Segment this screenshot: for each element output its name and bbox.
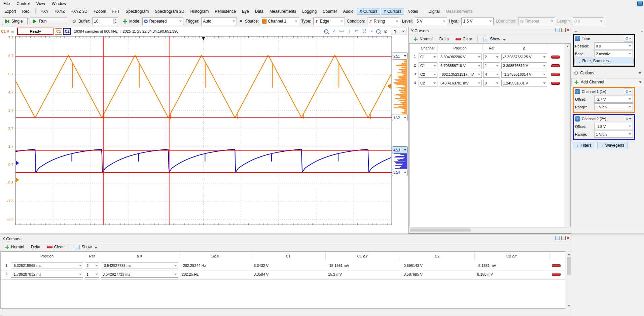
y-cursors-titlebar[interactable]: Y Cursors × — [409, 27, 571, 35]
height-ruler-icon[interactable] — [347, 29, 352, 34]
x-row1-dx-select[interactable]: -3.542927733 ms — [101, 262, 178, 269]
cursor-numbers-icon[interactable]: 1 23 4 — [362, 29, 366, 34]
y-row1-channel-select[interactable]: C1 — [419, 54, 437, 60]
view-tab-zoom[interactable]: +Zoom — [91, 8, 109, 15]
x-row2-position-select[interactable]: -1.786287832 ms — [11, 271, 83, 278]
view-tab-xy[interactable]: +XY — [38, 8, 51, 15]
run-button[interactable]: Run — [30, 17, 67, 25]
x-row2-dx-select[interactable]: 3.542927733 ms — [101, 271, 178, 278]
y-row3-ref-select[interactable]: 4 — [483, 71, 500, 78]
single-button[interactable]: Single — [2, 17, 28, 25]
view-tab-spectrogram-3d[interactable]: Spectrogram 3D — [152, 8, 187, 15]
measure-pointer-icon[interactable] — [331, 29, 336, 34]
width-ruler-icon[interactable] — [339, 29, 344, 34]
x-clear-button[interactable]: Clear — [44, 244, 67, 250]
zoom-one-icon[interactable]: 1 — [324, 29, 328, 34]
y-cursor-box-4-3[interactable]: 4Δ3 — [392, 146, 408, 153]
condition-select[interactable]: Rising — [367, 17, 400, 25]
view-tab-measurements[interactable]: Measurements — [267, 8, 299, 15]
y-table-vscrollbar[interactable]: ▲ — [565, 44, 570, 227]
channel1-chip[interactable]: C1 — [55, 28, 62, 35]
type-select[interactable]: Edge — [313, 17, 345, 25]
channel1-checkbox[interactable]: ✓ — [575, 89, 580, 94]
sidebar-scroll-up[interactable]: ▲ — [641, 30, 643, 33]
y-axis-button[interactable]: Y — [391, 28, 406, 35]
y-cursor-box-2-1[interactable]: 2Δ1 — [392, 52, 408, 60]
y-add-delta-button[interactable]: Delta — [437, 36, 452, 42]
options-row[interactable]: ⚙ Options — [571, 69, 644, 77]
buffer-input[interactable]: 10 ▲▼ — [92, 17, 118, 25]
x-float-icon[interactable] — [556, 236, 560, 240]
y-row4-channel-select[interactable]: C2 — [419, 80, 437, 86]
y-clear-button[interactable]: Clear — [453, 36, 475, 42]
channel1-range-select[interactable]: 1 V/div — [594, 103, 633, 110]
view-tab-audio[interactable]: Audio — [341, 8, 356, 15]
view-tab-digital[interactable]: Digital — [426, 8, 442, 15]
view-tab-fft[interactable]: FFT — [109, 8, 122, 15]
view-tab-histogram[interactable]: Histogram — [188, 8, 212, 15]
view-tab-eye[interactable]: Eye — [239, 8, 252, 15]
x-row1-remove-button[interactable] — [552, 264, 561, 267]
menu-control[interactable]: Control — [13, 0, 33, 7]
x-close-icon[interactable]: × — [567, 236, 570, 240]
y-cursor-box-3-4[interactable]: 3Δ4 — [392, 169, 408, 176]
view-tab-spectrogram[interactable]: Spectrogram — [123, 8, 151, 15]
time-checkbox[interactable]: ✓ — [575, 36, 580, 41]
y-add-normal-button[interactable]: Normal — [411, 36, 435, 42]
view-tab-y-cursors[interactable]: Y Cursors — [381, 8, 404, 15]
mode-select[interactable]: Repeated — [142, 17, 183, 25]
view-tab-export[interactable]: Export — [2, 8, 19, 15]
hyst-select[interactable]: 1.6 V — [461, 17, 494, 25]
plot-settings-icon[interactable]: ⚙ — [384, 29, 388, 34]
view-tab-counter[interactable]: Counter — [320, 8, 340, 15]
time-position-select[interactable]: 0 s — [594, 42, 633, 49]
x-row2-ref-select[interactable]: 1 — [85, 271, 99, 278]
length-select[interactable]: 0 s — [573, 17, 604, 25]
trigger-select[interactable]: Auto — [201, 17, 237, 25]
corner-ruler-icon[interactable] — [355, 29, 359, 34]
y-maximize-icon[interactable] — [561, 28, 566, 32]
x-show-button[interactable]: Show — [72, 244, 100, 250]
channel1-offset-select[interactable]: -2.7 V — [594, 96, 633, 103]
channel2-offset-select[interactable]: -1.8 V — [594, 123, 633, 130]
view-tab-rec[interactable]: Rec. — [20, 8, 33, 15]
zoom-fit-icon[interactable] — [376, 29, 381, 34]
expand-icon[interactable]: » — [11, 29, 14, 34]
view-tab-x-cursors[interactable]: X Cursors — [357, 8, 380, 15]
menu-view[interactable]: View — [33, 0, 48, 7]
y-row4-delta-select[interactable]: 1.245551601 V — [501, 80, 547, 86]
y-row3-delta-select[interactable]: -1.2455516014 V — [501, 71, 547, 78]
y-table-hscrollbar[interactable] — [409, 227, 571, 233]
y-row4-ref-select[interactable]: 3 — [483, 80, 500, 86]
view-tab-data[interactable]: Data — [252, 8, 266, 15]
y-row2-delta-select[interactable]: 3.398576512 V — [501, 62, 547, 69]
x-cursors-titlebar[interactable]: X Cursors × — [0, 235, 571, 243]
view-tab-xyz[interactable]: +XYZ — [52, 8, 67, 15]
wavegens-button[interactable]: ↓Wavegens — [597, 142, 628, 149]
channel2-gear-button[interactable]: ⚙ — [624, 115, 633, 122]
add-instrument-icon[interactable] — [123, 19, 127, 24]
buffer-gear-icon[interactable]: ⚙ — [72, 19, 76, 24]
time-gear-button[interactable]: ⚙ — [624, 35, 633, 42]
y-row2-position-select[interactable]: 6.703558719 V — [439, 62, 482, 69]
y-row3-remove-button[interactable] — [551, 73, 560, 76]
cursor-menu-arrow[interactable] — [370, 31, 373, 32]
y-float-icon[interactable] — [556, 28, 560, 32]
view-tab-notes[interactable]: Notes — [405, 8, 421, 15]
y-row1-delta-select[interactable]: -3.3985765125 V — [501, 54, 547, 60]
view-tab-logging[interactable]: Logging — [299, 8, 319, 15]
channel2-range-select[interactable]: 1 V/div — [594, 131, 633, 138]
add-channel-row[interactable]: Add Channel — [571, 78, 644, 86]
y-row4-position-select[interactable]: 643.4163701 mV — [439, 80, 482, 86]
y-row1-position-select[interactable]: 3.304982206 V — [439, 54, 482, 60]
x-table-vscrollbar[interactable]: ▲ ▼ — [566, 251, 572, 309]
y-cursor-box-1-2[interactable]: 1Δ2 — [392, 114, 408, 121]
rate-samples-button[interactable]: ↓Rate, Samples... — [574, 58, 634, 64]
y-close-icon[interactable]: × — [567, 28, 570, 32]
level-select[interactable]: 5 V — [415, 17, 447, 25]
x-row1-position-select[interactable]: -5.329215565 ms — [11, 262, 83, 269]
view-tab-xyz-3d[interactable]: +XYZ 3D — [68, 8, 90, 15]
x-add-normal-button[interactable]: Normal — [2, 244, 27, 250]
x-row1-ref-select[interactable]: 2 — [85, 262, 99, 269]
menu-file[interactable]: File — [0, 0, 13, 7]
